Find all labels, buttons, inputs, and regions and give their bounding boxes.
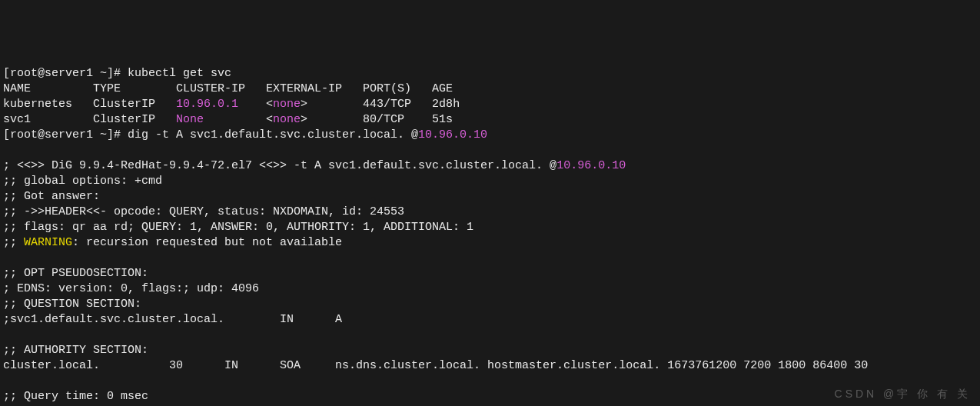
table-row: svc1 ClusterIP xyxy=(3,113,176,126)
dig-output: ; EDNS: version: 0, flags:; udp: 4096 xyxy=(3,282,259,295)
none-value: none xyxy=(273,113,301,126)
command-text: kubectl get svc xyxy=(128,67,231,80)
dig-header: ;; ->>HEADER<<- opcode: QUERY, status: N… xyxy=(3,205,404,218)
shell-prompt: [root@server1 ~]# xyxy=(3,67,128,80)
watermark: CSDN @宇 你 有 关 xyxy=(835,386,971,401)
table-row: > 443/TCP 2d8h xyxy=(301,98,460,111)
dig-section-header: ;; QUESTION SECTION: xyxy=(3,298,141,311)
dig-output: ;; xyxy=(3,236,24,249)
terminal-output[interactable]: [root@server1 ~]# kubectl get svc NAME T… xyxy=(3,66,977,406)
table-header: NAME TYPE CLUSTER-IP EXTERNAL-IP PORT(S)… xyxy=(3,82,453,95)
shell-prompt: [root@server1 ~]# xyxy=(3,128,128,141)
table-row: < xyxy=(238,98,273,111)
dig-output: ;; global options: +cmd xyxy=(3,175,162,188)
warning-label: WARNING xyxy=(24,236,72,249)
dig-section-header: ;; AUTHORITY SECTION: xyxy=(3,344,148,357)
ip-address: 10.96.0.10 xyxy=(418,128,487,141)
none-value: None xyxy=(176,113,204,126)
none-value: none xyxy=(273,98,301,111)
table-row: kubernetes ClusterIP xyxy=(3,98,176,111)
dig-banner: ; <<>> DiG 9.9.4-RedHat-9.9.4-72.el7 <<>… xyxy=(3,159,556,172)
dig-output: ;; Query time: 0 msec xyxy=(3,390,148,403)
dig-output: : recursion requested but not available xyxy=(72,236,342,249)
dig-question: ;svc1.default.svc.cluster.local. IN A xyxy=(3,313,342,326)
table-row: < xyxy=(204,113,273,126)
command-text: dig -t A svc1.default.svc.cluster.local.… xyxy=(128,128,418,141)
cluster-ip: 10.96.0.1 xyxy=(176,98,238,111)
table-row: > 80/TCP 51s xyxy=(301,113,453,126)
dig-output: ;; Got answer: xyxy=(3,190,100,203)
dig-flags: ;; flags: qr aa rd; QUERY: 1, ANSWER: 0,… xyxy=(3,221,473,234)
ip-address: 10.96.0.10 xyxy=(556,159,626,172)
dig-section-header: ;; OPT PSEUDOSECTION: xyxy=(3,267,148,280)
dig-authority: cluster.local. 30 IN SOA ns.dns.cluster.… xyxy=(3,359,868,372)
